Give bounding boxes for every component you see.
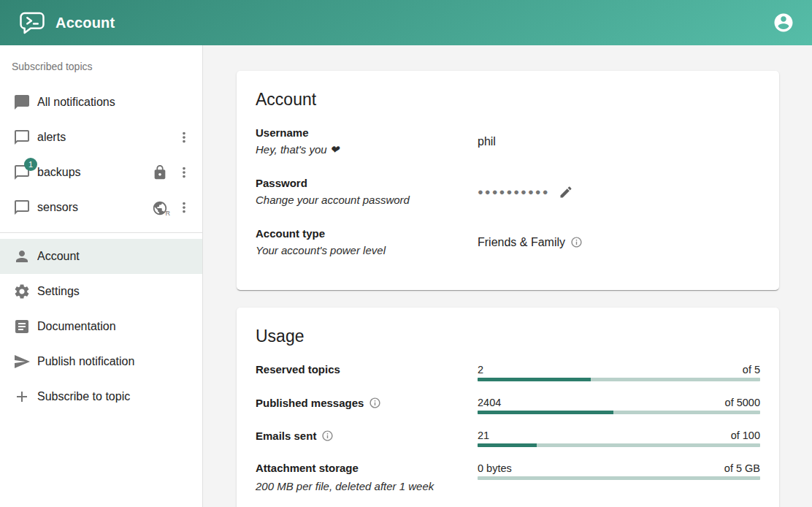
emails-sent-limit: of 100: [731, 430, 760, 441]
emails-sent-current: 21: [478, 430, 489, 441]
send-icon: [13, 353, 31, 370]
more-vert-icon[interactable]: [176, 164, 192, 180]
username-subtitle: Hey, that's you ❤: [256, 144, 478, 156]
attachment-storage-current: 0 bytes: [478, 462, 512, 474]
sidebar-item-alerts[interactable]: alerts: [0, 120, 202, 155]
sidebar-item-label: Documentation: [37, 320, 192, 333]
account-type-value: Friends & Family: [478, 236, 565, 249]
username-label: Username: [256, 127, 478, 139]
sidebar-item-label: backups: [37, 166, 152, 179]
reserved-topics-label: Reserved topics: [256, 364, 478, 376]
password-row: Password Change your account password ●●…: [256, 178, 760, 206]
sidebar-item-label: Publish notification: [37, 355, 192, 368]
password-subtitle: Change your account password: [256, 194, 478, 206]
app-header: Account: [0, 0, 812, 45]
account-card: Account Username Hey, that's you ❤ phil …: [237, 71, 779, 290]
account-type-subtitle: Your account's power level: [256, 245, 478, 256]
usage-card: Usage Reserved topics 2 of 5 Published m…: [237, 308, 779, 507]
person-icon: [13, 248, 31, 265]
sidebar-item-label: Account: [37, 250, 192, 263]
sidebar-item-label: alerts: [37, 131, 176, 144]
sidebar-item-label: Subscribe to topic: [37, 390, 192, 403]
gear-icon: [13, 283, 31, 300]
sidebar-item-publish-notification[interactable]: Publish notification: [0, 344, 202, 379]
sidebar-item-label: sensors: [37, 201, 152, 214]
progress-bar: [478, 443, 760, 447]
progress-bar-fill: [478, 378, 591, 381]
unread-count-badge: 1: [24, 158, 37, 171]
attachment-storage-limit: of 5 GB: [724, 462, 760, 474]
attachment-storage-label: Attachment storage: [256, 462, 478, 474]
sidebar-item-sensors[interactable]: sensors R: [0, 190, 202, 225]
lock-icon: [152, 164, 168, 180]
account-type-label: Account type: [256, 228, 478, 240]
chat-outline-icon: 1: [13, 164, 31, 181]
emails-sent-label: Emails sent: [256, 430, 316, 442]
emails-sent-row: Emails sent 21 of 100: [256, 430, 760, 447]
article-icon: [13, 318, 31, 335]
published-messages-label: Published messages: [256, 397, 364, 409]
sidebar-item-subscribe-to-topic[interactable]: Subscribe to topic: [0, 379, 202, 414]
account-type-row: Account type Your account's power level …: [256, 228, 760, 256]
plus-icon: [13, 388, 31, 405]
sidebar-item-label: Settings: [37, 285, 192, 298]
username-row: Username Hey, that's you ❤ phil: [256, 127, 760, 156]
reserved-topics-limit: of 5: [743, 364, 760, 376]
reserved-topics-current: 2: [478, 364, 483, 376]
published-messages-limit: of 5000: [725, 397, 760, 408]
progress-bar-fill: [478, 443, 537, 447]
sidebar-item-backups[interactable]: 1 backups: [0, 155, 202, 190]
published-messages-current: 2404: [478, 397, 501, 408]
sidebar-item-all-notifications[interactable]: All notifications: [0, 85, 202, 120]
sidebar-item-documentation[interactable]: Documentation: [0, 309, 202, 344]
edit-pencil-icon[interactable]: [559, 185, 573, 199]
chat-outline-icon: [13, 199, 31, 216]
account-circle-icon[interactable]: [773, 12, 794, 34]
progress-bar: [478, 476, 760, 480]
progress-bar: [478, 378, 760, 381]
attachment-storage-subtitle: 200 MB per file, deleted after 1 week: [256, 481, 478, 492]
reserved-topics-row: Reserved topics 2 of 5: [256, 364, 760, 381]
info-icon[interactable]: [570, 236, 583, 248]
chat-outline-icon: [13, 129, 31, 146]
username-value: phil: [478, 135, 760, 148]
page-title: Account: [55, 15, 115, 31]
chat-filled-icon: [13, 94, 31, 111]
main-content: Account Username Hey, that's you ❤ phil …: [203, 45, 812, 507]
globe-reserved-icon: R: [152, 199, 168, 216]
info-icon[interactable]: [321, 430, 334, 442]
published-messages-row: Published messages 2404 of 5000: [256, 397, 760, 414]
more-vert-icon[interactable]: [176, 129, 192, 145]
ntfy-logo-icon: [19, 12, 45, 34]
subscribed-topics-subheader: Subscribed topics: [0, 45, 202, 85]
sidebar: Subscribed topics All notifications aler…: [0, 45, 203, 507]
progress-bar-fill: [478, 411, 613, 414]
sidebar-item-label: All notifications: [37, 96, 192, 109]
attachment-storage-row: Attachment storage 200 MB per file, dele…: [256, 462, 760, 492]
account-card-title: Account: [256, 90, 760, 110]
globe-sub-label: R: [166, 210, 171, 217]
info-icon[interactable]: [369, 397, 381, 409]
progress-bar: [478, 411, 760, 414]
sidebar-item-account[interactable]: Account: [0, 239, 202, 274]
usage-card-title: Usage: [256, 327, 760, 346]
sidebar-divider: [0, 232, 202, 233]
password-dots: ●●●●●●●●●●: [478, 186, 550, 198]
more-vert-icon[interactable]: [176, 199, 192, 216]
password-label: Password: [256, 178, 478, 189]
sidebar-item-settings[interactable]: Settings: [0, 274, 202, 309]
